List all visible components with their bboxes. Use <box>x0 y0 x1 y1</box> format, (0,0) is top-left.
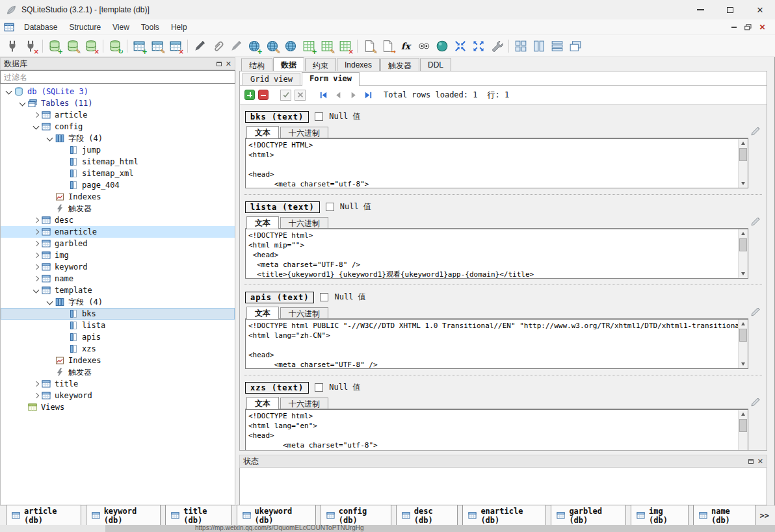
collapse-arrow-icon[interactable] <box>5 87 14 96</box>
tree-item-ukeyword[interactable]: ukeyword <box>1 390 235 401</box>
add-row-button[interactable] <box>244 90 255 100</box>
null-checkbox[interactable] <box>315 112 323 121</box>
tree-item-bks[interactable]: bks <box>1 308 235 320</box>
window-button-keyword[interactable]: keyword (db) <box>86 505 161 527</box>
expand-arrow-icon[interactable] <box>32 110 42 120</box>
previous-row-button[interactable] <box>332 89 344 101</box>
tree-item-config[interactable]: config <box>1 121 235 133</box>
sql-editor-button[interactable]: ✎ <box>361 38 378 55</box>
rollback-button[interactable] <box>295 90 306 101</box>
pen-button[interactable] <box>191 38 208 55</box>
tab-text[interactable]: 文本 <box>246 397 279 409</box>
expand-arrow-icon[interactable] <box>32 379 42 388</box>
null-checkbox[interactable] <box>326 203 334 211</box>
vertical-scrollbar[interactable] <box>738 139 748 188</box>
scroll-up-icon[interactable] <box>739 139 748 147</box>
window-button-desc[interactable]: desc (db) <box>396 505 458 527</box>
scrollbar-track[interactable] <box>739 238 748 270</box>
edit-in-editor-icon[interactable] <box>750 126 761 136</box>
scroll-up-icon[interactable] <box>739 410 748 418</box>
scrollbar-thumb[interactable] <box>739 238 747 251</box>
tree-item-keyword[interactable]: keyword <box>1 261 235 273</box>
globe-add-button[interactable]: + <box>246 38 263 55</box>
menu-database[interactable]: Database <box>18 21 63 34</box>
maximize-button[interactable] <box>715 0 745 19</box>
close-status-panel-icon[interactable]: ✕ <box>757 458 763 465</box>
edit-in-editor-icon[interactable] <box>750 307 761 317</box>
tree-item-title[interactable]: title <box>1 378 235 390</box>
window-button-article[interactable]: article (db) <box>6 505 81 527</box>
tree-item-article[interactable]: article <box>1 109 235 121</box>
grid-add-button[interactable]: + <box>300 38 317 55</box>
collapse-arrow-icon[interactable] <box>32 122 42 131</box>
scroll-up-icon[interactable] <box>739 320 748 328</box>
expand-arrow-icon[interactable] <box>32 391 42 400</box>
marker-button[interactable] <box>228 38 244 55</box>
paperclip-button[interactable] <box>209 38 226 55</box>
tab-ddl[interactable]: DDL <box>420 58 451 71</box>
tree-item-name[interactable]: name <box>1 273 235 285</box>
expand-arrow-icon[interactable] <box>32 274 42 283</box>
last-row-button[interactable] <box>362 89 374 101</box>
tree-item-tables-11-[interactable]: Tables (11) <box>1 97 235 109</box>
tree-item-字段-4-[interactable]: 字段 (4) <box>1 296 235 308</box>
collations-editor-button[interactable] <box>415 38 432 55</box>
connect-database-button[interactable] <box>4 38 21 55</box>
globe-button[interactable] <box>282 38 299 55</box>
field-splitter[interactable] <box>244 285 762 285</box>
cascade-windows-button[interactable] <box>567 38 584 55</box>
tab-text[interactable]: 文本 <box>246 126 279 138</box>
tab-text[interactable]: 文本 <box>246 307 279 319</box>
scroll-down-icon[interactable] <box>739 270 748 278</box>
tree-item-desc[interactable]: desc <box>1 214 235 226</box>
import-button[interactable] <box>452 38 469 55</box>
tree-item-page-404[interactable]: page_404 <box>1 179 235 191</box>
collapse-arrow-icon[interactable] <box>46 298 55 307</box>
scroll-up-icon[interactable] <box>739 229 748 238</box>
commit-button[interactable] <box>280 90 291 101</box>
window-button-garbled[interactable]: garbled (db) <box>551 505 626 527</box>
menu-view[interactable]: View <box>107 21 135 34</box>
close-panel-icon[interactable]: ✕ <box>226 60 231 68</box>
tab-hex[interactable]: 十六进制 <box>280 127 328 138</box>
scrollbar-thumb[interactable] <box>739 329 747 342</box>
float-panel-icon[interactable] <box>217 62 222 66</box>
scrollbar-track[interactable] <box>739 147 748 179</box>
scroll-down-icon[interactable] <box>739 179 748 188</box>
next-row-button[interactable] <box>347 89 359 101</box>
tree-item-garbled[interactable]: garbled <box>1 238 235 249</box>
expand-arrow-icon[interactable] <box>32 251 42 260</box>
vertical-scrollbar[interactable] <box>738 410 748 450</box>
split-windows-button[interactable] <box>531 38 547 55</box>
ddl-history-button[interactable] <box>434 38 451 55</box>
menu-tools[interactable]: Tools <box>135 21 165 34</box>
window-button-name[interactable]: name (db) <box>693 505 755 527</box>
refresh-schemas-button[interactable]: ↻ <box>107 38 124 55</box>
delete-row-button[interactable] <box>258 90 269 100</box>
scrollbar-track[interactable] <box>739 328 748 360</box>
tree-item-template[interactable]: template <box>1 285 235 296</box>
field-value-textarea[interactable]: <!DOCTYPE html> <html mip=""> <head> <me… <box>246 229 738 278</box>
expand-arrow-icon[interactable] <box>32 239 42 248</box>
window-button-enarticle[interactable]: enarticle (db) <box>462 505 546 527</box>
scroll-down-icon[interactable] <box>739 360 748 368</box>
tab-hex[interactable]: 十六进制 <box>280 398 328 409</box>
tab-indexes[interactable]: Indexes <box>337 58 380 71</box>
configuration-button[interactable] <box>488 38 505 55</box>
tree-item-jump[interactable]: jump <box>1 144 235 156</box>
collapse-arrow-icon[interactable] <box>18 99 28 108</box>
list-windows-button[interactable] <box>549 38 566 55</box>
float-status-panel-icon[interactable] <box>748 459 754 464</box>
tile-windows-button[interactable] <box>512 38 529 55</box>
tab-触发器[interactable]: 触发器 <box>380 58 419 71</box>
field-value-textarea[interactable]: <!DOCTYPE html PUBLIC "-//W3C//DTD XHTML… <box>246 320 738 368</box>
window-list-overflow-button[interactable]: >> <box>760 511 769 520</box>
tree-item-img[interactable]: img <box>1 249 235 261</box>
edit-in-editor-icon[interactable] <box>750 216 761 227</box>
grid-delete-button[interactable]: × <box>337 38 354 55</box>
mdi-restore-button[interactable] <box>742 21 754 32</box>
vertical-scrollbar[interactable] <box>738 320 748 368</box>
window-button-config[interactable]: config (db) <box>321 505 391 527</box>
minimize-button[interactable] <box>685 0 715 19</box>
scrollbar-track[interactable] <box>739 418 748 450</box>
